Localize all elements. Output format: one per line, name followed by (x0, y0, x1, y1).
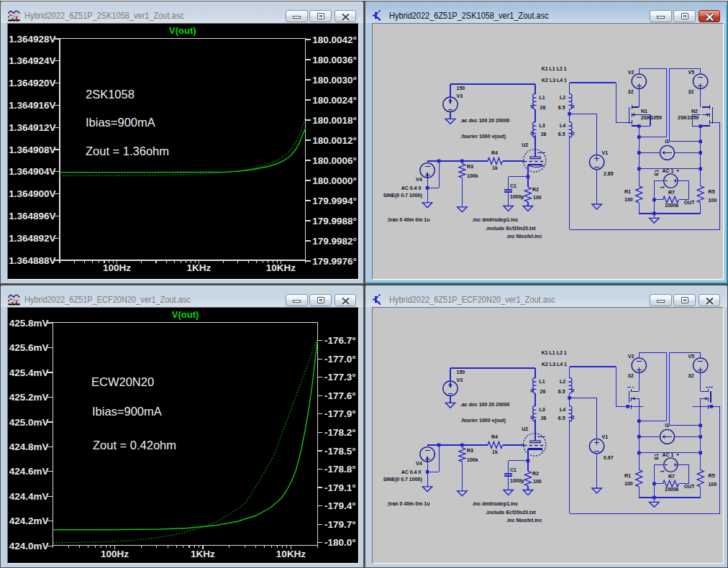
svg-text:V2: V2 (628, 70, 634, 75)
svg-text:424.4mV: 424.4mV (9, 491, 49, 502)
svg-text:R1: R1 (624, 189, 631, 194)
svg-text:6.5: 6.5 (558, 416, 565, 421)
svg-text:R5: R5 (709, 473, 715, 478)
svg-text:-179.7°: -179.7° (324, 519, 356, 530)
svg-text:U2: U2 (522, 426, 528, 431)
svg-text:E1: E1 (654, 170, 659, 176)
svg-text:R3: R3 (467, 448, 473, 453)
svg-text:1.364892V: 1.364892V (9, 233, 55, 244)
svg-text:6.5: 6.5 (558, 132, 565, 137)
svg-text:.ac dec 100 20 20000: .ac dec 100 20 20000 (460, 402, 510, 407)
svg-text:L4: L4 (560, 123, 565, 128)
svg-text:1000k: 1000k (665, 203, 679, 208)
svg-text:10KHz: 10KHz (276, 549, 306, 559)
svg-text:1.364904V: 1.364904V (9, 166, 55, 177)
svg-text:179.9994°: 179.9994° (312, 196, 357, 206)
svg-text:V(out): V(out) (172, 309, 199, 320)
svg-text:V2: V2 (628, 354, 634, 359)
svg-text:Ibias=900mA: Ibias=900mA (92, 405, 162, 418)
svg-text:V(out): V(out) (169, 25, 196, 36)
svg-text:C1: C1 (510, 467, 517, 472)
svg-text:+: + (676, 168, 679, 173)
svg-text:-176.7°: -176.7° (324, 335, 356, 346)
svg-text:R2: R2 (532, 471, 539, 476)
svg-text:10KHz: 10KHz (266, 262, 296, 273)
svg-text:150: 150 (457, 370, 465, 375)
svg-text:1KHz: 1KHz (191, 549, 215, 559)
svg-text:-177.6°: -177.6° (324, 390, 356, 401)
svg-text:R1: R1 (624, 473, 631, 478)
svg-text:180.0018°: 180.0018° (312, 115, 357, 126)
svg-text:100: 100 (533, 195, 542, 200)
svg-text:424.0mV: 424.0mV (9, 541, 49, 551)
svg-text:R4: R4 (491, 434, 498, 439)
svg-text:AC 0.4 0: AC 0.4 0 (401, 469, 422, 475)
svg-text:-177.0°: -177.0° (324, 354, 356, 365)
svg-text:1KHz: 1KHz (187, 262, 211, 273)
svg-text:425.4mV: 425.4mV (9, 367, 49, 378)
svg-text:26: 26 (541, 132, 547, 137)
svg-text:424.8mV: 424.8mV (9, 441, 49, 452)
svg-text:U2: U2 (522, 142, 528, 147)
svg-text:L2: L2 (560, 95, 565, 100)
svg-text:179.9982°: 179.9982° (312, 236, 357, 247)
svg-text:1: 1 (660, 470, 665, 473)
svg-text:100k: 100k (467, 457, 478, 462)
svg-text:100: 100 (533, 479, 542, 484)
svg-text:AC 1: AC 1 (663, 168, 674, 173)
svg-text:AC 1: AC 1 (663, 452, 674, 457)
svg-text:K2 L3 L4 1: K2 L3 L4 1 (542, 78, 567, 83)
svg-text:AC 0.4 0: AC 0.4 0 (401, 185, 422, 191)
svg-text:K1 L1 L2 1: K1 L1 L2 1 (542, 66, 567, 71)
svg-text:.fourier 1000 v(out): .fourier 1000 v(out) (460, 418, 506, 423)
svg-text:180.0042°: 180.0042° (312, 35, 357, 45)
svg-text:-178.2°: -178.2° (324, 427, 356, 438)
svg-text:V3: V3 (457, 93, 463, 99)
svg-text:;tran 0 40m 0m 1u: ;tran 0 40m 0m 1u (387, 217, 430, 223)
svg-text:R2: R2 (532, 187, 539, 192)
svg-text:6.5: 6.5 (558, 389, 565, 394)
svg-text:.include Ecf20n20.txt: .include Ecf20n20.txt (486, 510, 536, 515)
svg-text:180.0036°: 180.0036° (312, 55, 357, 65)
svg-text:.inc dmtriodep1.inc: .inc dmtriodep1.inc (472, 501, 518, 507)
svg-text:N1: N1 (641, 109, 647, 114)
svg-text:-179.4°: -179.4° (324, 500, 356, 511)
svg-text:1k: 1k (492, 449, 498, 454)
svg-text:425.0mV: 425.0mV (9, 417, 49, 428)
svg-text:L1: L1 (540, 95, 545, 100)
svg-text:1.364916V: 1.364916V (9, 100, 55, 111)
svg-text:180.0000°: 180.0000° (312, 175, 357, 186)
svg-text:1.364924V: 1.364924V (9, 55, 55, 66)
svg-text:V1: V1 (602, 150, 609, 155)
svg-text:1.364888V: 1.364888V (9, 255, 55, 266)
svg-text:.inc Niosfet.inc: .inc Niosfet.inc (506, 518, 542, 523)
svg-text:26: 26 (540, 389, 546, 394)
svg-text:R3: R3 (467, 164, 473, 169)
svg-text:C1: C1 (510, 183, 517, 188)
svg-text:R4: R4 (491, 150, 498, 155)
svg-text:180.0030°: 180.0030° (312, 75, 357, 86)
svg-text:E1: E1 (654, 454, 659, 460)
svg-text:0.97: 0.97 (604, 455, 614, 460)
svg-text:180.0006°: 180.0006° (312, 155, 357, 166)
svg-text:K2 L3 L4 1: K2 L3 L4 1 (542, 362, 567, 367)
svg-text:V5: V5 (688, 354, 695, 359)
svg-text:26: 26 (540, 105, 546, 110)
svg-text:100Hz: 100Hz (101, 549, 129, 559)
svg-text:-177.3°: -177.3° (324, 372, 356, 383)
svg-text:V4: V4 (416, 461, 422, 466)
svg-text:180.0024°: 180.0024° (312, 95, 357, 106)
svg-text:L3: L3 (540, 407, 545, 412)
svg-text:Zout = 1.36ohm: Zout = 1.36ohm (86, 145, 169, 157)
svg-text:424.2mV: 424.2mV (9, 516, 49, 526)
svg-text:2SK1058: 2SK1058 (86, 88, 135, 101)
svg-text:-177.9°: -177.9° (324, 408, 356, 419)
svg-text:32: 32 (628, 89, 634, 94)
svg-text:32: 32 (688, 89, 694, 94)
svg-text:.fourier 1000 v(out): .fourier 1000 v(out) (460, 134, 506, 139)
svg-text:179.9976°: 179.9976° (312, 256, 357, 267)
svg-text:1000µ: 1000µ (510, 478, 524, 484)
svg-text:Ibias=900mA: Ibias=900mA (86, 116, 155, 129)
svg-text:.inc dmtriodep1.inc: .inc dmtriodep1.inc (472, 217, 518, 223)
svg-text:1: 1 (660, 186, 665, 189)
